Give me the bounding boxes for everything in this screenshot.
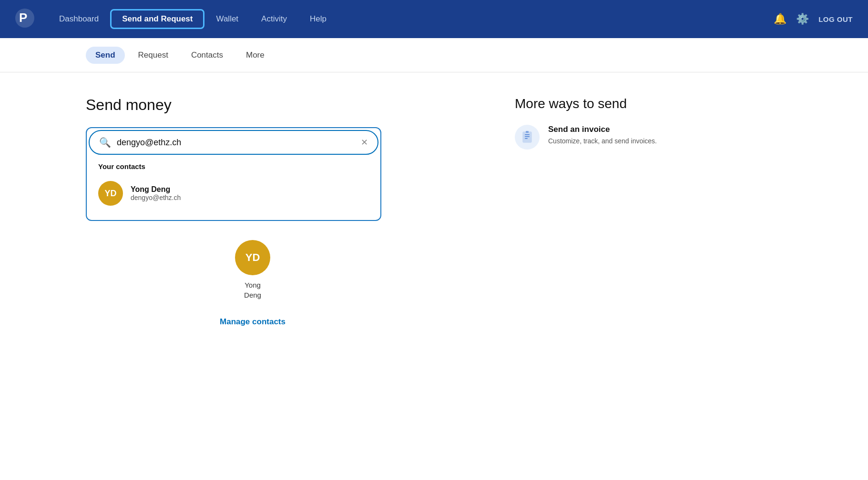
send-money-title: Send money: [86, 96, 419, 114]
more-ways-title: More ways to send: [515, 96, 677, 111]
subnav: Send Request Contacts More: [0, 38, 868, 72]
avatar: YD: [98, 181, 123, 206]
recent-avatar[interactable]: YD: [235, 240, 270, 275]
invoice-card[interactable]: Send an invoice Customize, track, and se…: [515, 125, 677, 150]
nav-wallet[interactable]: Wallet: [204, 10, 250, 29]
settings-icon[interactable]: ⚙️: [796, 13, 809, 25]
invoice-description: Customize, track, and send invoices.: [548, 136, 657, 146]
nav-activity[interactable]: Activity: [250, 10, 298, 29]
recent-contact-name: YongDeng: [244, 280, 261, 300]
nav-dashboard[interactable]: Dashboard: [48, 10, 110, 29]
tab-request[interactable]: Request: [129, 47, 178, 64]
contact-item[interactable]: YD Yong Deng dengyo@ethz.ch: [98, 176, 369, 210]
more-ways-section: More ways to send Send an invoice Custom…: [515, 96, 677, 327]
search-input[interactable]: [117, 138, 355, 148]
main-content: Send money 🔍 ✕ Your contacts YD Yong Den…: [0, 72, 868, 350]
notification-icon[interactable]: 🔔: [774, 13, 786, 25]
navbar-right: 🔔 ⚙️ LOG OUT: [774, 13, 853, 25]
nav-help[interactable]: Help: [298, 10, 338, 29]
search-icon: 🔍: [99, 137, 111, 148]
tab-more[interactable]: More: [236, 47, 274, 64]
dropdown-label: Your contacts: [98, 162, 369, 170]
tab-send[interactable]: Send: [86, 47, 125, 64]
manage-contacts: Manage contacts: [86, 317, 419, 327]
logout-button[interactable]: LOG OUT: [818, 15, 853, 23]
svg-rect-4: [525, 136, 530, 137]
clear-button[interactable]: ✕: [361, 137, 368, 148]
svg-rect-2: [523, 132, 531, 142]
nav-links: Dashboard Send and Request Wallet Activi…: [48, 9, 774, 29]
svg-rect-6: [526, 131, 529, 133]
send-money-section: Send money 🔍 ✕ Your contacts YD Yong Den…: [86, 96, 419, 327]
svg-rect-5: [525, 138, 528, 139]
navbar: P Dashboard Send and Request Wallet Acti…: [0, 0, 868, 38]
paypal-logo[interactable]: P: [15, 9, 34, 30]
invoice-title: Send an invoice: [548, 125, 657, 134]
invoice-info: Send an invoice Customize, track, and se…: [548, 125, 657, 146]
svg-rect-3: [525, 134, 530, 135]
recent-contacts: YD YongDeng: [86, 240, 419, 300]
search-container: 🔍 ✕ Your contacts YD Yong Deng dengyo@et…: [86, 127, 381, 221]
contact-info: Yong Deng dengyo@ethz.ch: [131, 185, 181, 201]
contacts-dropdown: Your contacts YD Yong Deng dengyo@ethz.c…: [89, 155, 378, 218]
svg-text:P: P: [19, 10, 27, 25]
invoice-icon: [515, 125, 540, 150]
contact-name: Yong Deng: [131, 185, 181, 194]
search-input-row: 🔍 ✕: [89, 130, 378, 155]
manage-contacts-link[interactable]: Manage contacts: [220, 317, 286, 326]
tab-contacts[interactable]: Contacts: [182, 47, 233, 64]
nav-send-request[interactable]: Send and Request: [110, 9, 204, 29]
contact-email: dengyo@ethz.ch: [131, 194, 181, 201]
